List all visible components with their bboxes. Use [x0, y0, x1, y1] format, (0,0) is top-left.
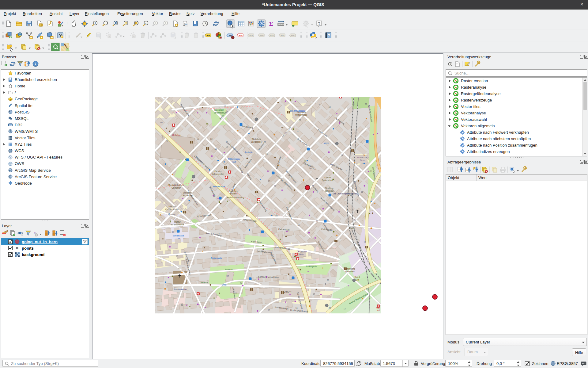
- svg-text:11: 11: [316, 220, 318, 222]
- svg-text:15: 15: [349, 194, 352, 196]
- svg-text:abc: abc: [207, 34, 211, 37]
- svg-text:Universität: Universität: [357, 156, 368, 159]
- svg-text:Σ: Σ: [269, 20, 273, 28]
- svg-text:DB2: DB2: [9, 124, 12, 126]
- svg-text:16: 16: [225, 146, 228, 148]
- svg-text:12: 12: [227, 275, 229, 277]
- svg-text:15: 15: [364, 241, 366, 243]
- svg-text:Didac: Didac: [349, 227, 355, 229]
- svg-text:16: 16: [235, 292, 237, 294]
- svg-text:abc: abc: [239, 34, 243, 37]
- svg-text:Basisbibliothek: Basisbibliothek: [168, 184, 184, 186]
- svg-text:13: 13: [354, 219, 356, 221]
- svg-text:3: 3: [272, 214, 273, 217]
- svg-text:Siedlung: Siedlung: [325, 187, 333, 190]
- svg-text:60: 60: [297, 224, 300, 226]
- svg-text:Falkenplatz: Falkenplatz: [306, 265, 317, 268]
- svg-text:Mittelstrasse: Mittelstrasse: [228, 158, 240, 160]
- svg-text:für Biochemie: für Biochemie: [171, 224, 184, 226]
- svg-text:5: 5: [318, 103, 320, 105]
- svg-text:Der 4.: Der 4.: [354, 276, 360, 278]
- svg-text:Uni: Uni: [177, 237, 180, 240]
- svg-text:Süd: Süd: [232, 161, 236, 163]
- svg-text:26: 26: [178, 267, 180, 270]
- svg-text:11: 11: [163, 228, 165, 231]
- svg-text:Theodor: Theodor: [168, 205, 176, 208]
- svg-text:Arabelle: Arabelle: [245, 151, 253, 153]
- svg-text:Die Christengemeinschaft: Die Christengemeinschaft: [333, 193, 357, 195]
- svg-text:7: 7: [345, 170, 347, 172]
- svg-text:26: 26: [210, 138, 213, 140]
- svg-text:44: 44: [214, 148, 217, 150]
- svg-text:Universität: Universität: [296, 251, 307, 253]
- svg-text:16: 16: [361, 191, 363, 193]
- svg-text:24: 24: [240, 282, 242, 284]
- svg-text:Lerchenweg: Lerchenweg: [182, 194, 193, 197]
- svg-text:60: 60: [309, 167, 312, 170]
- svg-text:18: 18: [268, 309, 270, 311]
- svg-text:Falkenweg: Falkenweg: [278, 228, 290, 231]
- svg-text:a: a: [62, 24, 63, 27]
- svg-text:26: 26: [165, 140, 168, 142]
- svg-text:Länggasse: Länggasse: [251, 141, 262, 143]
- svg-text:Favorite: Favorite: [225, 268, 232, 270]
- svg-text:24: 24: [275, 215, 278, 217]
- svg-text:Die vier: Die vier: [214, 170, 222, 172]
- svg-text:51: 51: [181, 304, 183, 306]
- svg-text:UniS: UniS: [222, 284, 227, 286]
- svg-text:44: 44: [289, 290, 292, 293]
- svg-text:5: 5: [222, 154, 223, 156]
- svg-text:Bibliothek: Bibliothek: [229, 190, 238, 192]
- svg-text:Juristische: Juristische: [345, 268, 355, 270]
- svg-text:abc: abc: [281, 34, 285, 37]
- svg-text:Ort: Ort: [356, 279, 359, 281]
- svg-text:24: 24: [313, 293, 315, 295]
- svg-text:7: 7: [357, 199, 358, 201]
- svg-text:20: 20: [213, 195, 215, 197]
- svg-text:?: ?: [328, 33, 330, 38]
- svg-text:Bibliothek: Bibliothek: [252, 138, 261, 140]
- svg-text:Pauluskirche: Pauluskirche: [174, 288, 187, 291]
- svg-text:Bern: Bern: [300, 253, 304, 255]
- svg-text:5: 5: [325, 283, 326, 285]
- svg-text:abc: abc: [260, 34, 264, 37]
- svg-text:24: 24: [289, 259, 292, 262]
- svg-text:Soziale: Soziale: [230, 193, 237, 195]
- svg-text:i: i: [512, 168, 512, 170]
- svg-text:Bibliothek: Bibliothek: [345, 270, 355, 273]
- svg-text:Wall: Wall: [376, 307, 380, 309]
- svg-text:Bibliothek: Bibliothek: [183, 192, 192, 194]
- svg-text:abc: abc: [291, 34, 295, 37]
- svg-text:21: 21: [197, 138, 199, 140]
- svg-text:Zähringer: Zähringer: [325, 190, 334, 192]
- svg-text:12: 12: [253, 279, 256, 281]
- svg-text:20: 20: [299, 119, 301, 121]
- svg-text:Kocher Institut: Kocher Institut: [165, 208, 179, 210]
- svg-text:30: 30: [172, 231, 174, 233]
- svg-text:24: 24: [341, 154, 343, 156]
- svg-text:26: 26: [352, 103, 355, 105]
- svg-text:Institut: Institut: [174, 221, 181, 223]
- svg-text:>: >: [315, 36, 317, 39]
- svg-text:26: 26: [327, 279, 329, 281]
- svg-text:21: 21: [365, 103, 367, 105]
- svg-text:UniS: UniS: [284, 290, 289, 293]
- svg-text:Muson: Muson: [168, 213, 175, 216]
- svg-text:21: 21: [210, 213, 212, 216]
- svg-text:Falkenplatz: Falkenplatz: [211, 257, 222, 259]
- svg-text:24: 24: [261, 250, 263, 252]
- svg-text:11: 11: [297, 130, 299, 132]
- svg-text:abc: abc: [270, 34, 274, 37]
- svg-text:11: 11: [349, 119, 351, 121]
- svg-text:24: 24: [365, 288, 368, 290]
- svg-text:Not: Not: [377, 309, 380, 311]
- svg-text:16: 16: [295, 307, 298, 309]
- svg-text:abc: abc: [250, 34, 254, 37]
- svg-text:T: T: [318, 21, 320, 25]
- svg-text:3: 3: [354, 243, 356, 245]
- svg-text:Spielplatz: Spielplatz: [214, 109, 224, 111]
- svg-text:5: 5: [304, 112, 305, 114]
- svg-text:Uni. Mittelstrasse: Uni. Mittelstrasse: [290, 110, 305, 112]
- svg-text:21: 21: [268, 180, 270, 182]
- svg-text:3: 3: [346, 209, 348, 211]
